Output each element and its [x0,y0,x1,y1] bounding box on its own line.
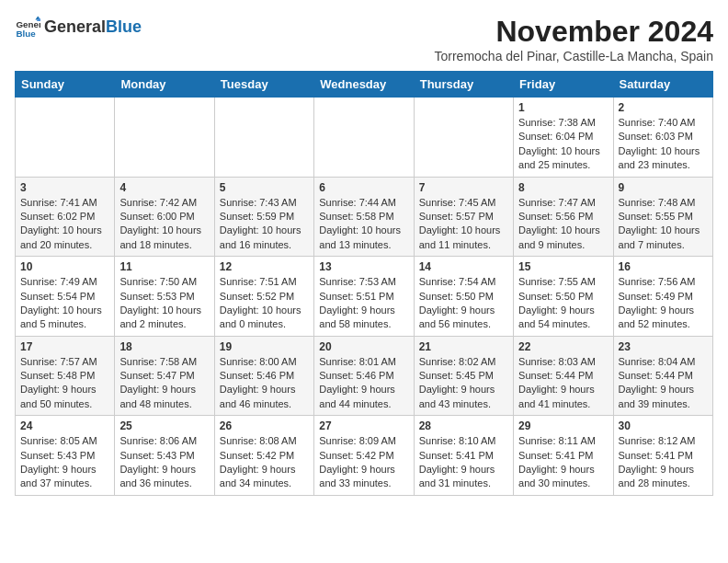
cell-info-line: Daylight: 10 hours and 7 minutes. [619,224,708,252]
cell-info-line: Sunset: 5:47 PM [119,369,209,383]
cell-info-line: Sunset: 6:02 PM [20,210,109,224]
calendar-cell: 18Sunrise: 7:58 AMSunset: 5:47 PMDayligh… [115,336,214,416]
weekday-header-monday: Monday [115,72,214,98]
cell-info-line: Sunset: 5:48 PM [20,369,109,383]
cell-info-line: Daylight: 9 hours and 28 minutes. [619,463,708,491]
cell-info-line: Daylight: 9 hours and 37 minutes. [20,463,109,491]
calendar-cell: 23Sunrise: 8:04 AMSunset: 5:44 PMDayligh… [613,336,712,416]
calendar-cell: 8Sunrise: 7:47 AMSunset: 5:56 PMDaylight… [514,177,613,257]
cell-info-line: Sunrise: 7:41 AM [20,196,109,210]
cell-info-line: Sunset: 5:43 PM [119,449,209,463]
weekday-header-wednesday: Wednesday [314,72,414,98]
month-title: November 2024 [435,15,714,49]
logo-general-text: General [44,17,106,36]
cell-info-line: Sunrise: 8:04 AM [619,355,708,369]
calendar-cell: 28Sunrise: 8:10 AMSunset: 5:41 PMDayligh… [414,416,513,496]
cell-info-line: Sunrise: 8:02 AM [419,355,508,369]
weekday-header-friday: Friday [514,72,613,98]
cell-info-line: Daylight: 9 hours and 54 minutes. [518,304,608,332]
cell-info-line: Sunset: 5:41 PM [518,449,608,463]
cell-info-line: Daylight: 9 hours and 58 minutes. [319,304,408,332]
cell-info-line: Sunset: 5:56 PM [518,210,608,224]
cell-info-line: Sunset: 6:03 PM [619,130,708,144]
day-number: 17 [20,340,109,353]
day-number: 21 [419,340,508,353]
cell-info-line: Daylight: 9 hours and 43 minutes. [419,383,508,411]
calendar-week-row: 3Sunrise: 7:41 AMSunset: 6:02 PMDaylight… [16,177,713,257]
cell-info-line: Sunset: 5:54 PM [20,290,109,304]
cell-info-line: Daylight: 9 hours and 39 minutes. [619,383,708,411]
cell-info-line: Sunrise: 8:10 AM [419,434,508,448]
cell-info-line: Sunset: 5:52 PM [220,290,309,304]
cell-info-line: Sunrise: 8:11 AM [518,434,608,448]
day-number: 1 [518,101,608,114]
cell-info-line: Daylight: 9 hours and 30 minutes. [518,463,608,491]
cell-info-line: Sunrise: 7:54 AM [419,275,508,289]
cell-info-line: Sunrise: 8:01 AM [319,355,408,369]
cell-info-line: Daylight: 9 hours and 52 minutes. [619,304,708,332]
calendar-cell: 10Sunrise: 7:49 AMSunset: 5:54 PMDayligh… [16,257,115,337]
calendar-cell [16,98,115,178]
calendar-cell: 27Sunrise: 8:09 AMSunset: 5:42 PMDayligh… [314,416,414,496]
day-number: 3 [20,181,109,194]
cell-info-line: Sunrise: 7:40 AM [619,116,708,130]
cell-info-line: Sunrise: 7:38 AM [518,116,608,130]
cell-info-line: Daylight: 10 hours and 23 minutes. [619,144,708,173]
calendar-cell: 14Sunrise: 7:54 AMSunset: 5:50 PMDayligh… [414,257,513,337]
cell-info-line: Sunset: 5:44 PM [619,369,708,383]
cell-info-line: Sunset: 5:41 PM [619,449,708,463]
cell-info-line: Sunrise: 7:42 AM [119,196,209,210]
calendar-cell [214,98,313,178]
cell-info-line: Daylight: 10 hours and 13 minutes. [319,224,408,252]
cell-info-line: Sunrise: 7:55 AM [518,275,608,289]
cell-info-line: Sunrise: 7:50 AM [119,275,209,289]
calendar-cell: 21Sunrise: 8:02 AMSunset: 5:45 PMDayligh… [414,336,513,416]
calendar-cell: 17Sunrise: 7:57 AMSunset: 5:48 PMDayligh… [16,336,115,416]
cell-info-line: Daylight: 10 hours and 2 minutes. [119,304,209,332]
cell-info-line: Daylight: 10 hours and 16 minutes. [220,224,309,252]
weekday-header-row: SundayMondayTuesdayWednesdayThursdayFrid… [16,72,713,98]
cell-info-line: Sunset: 5:42 PM [319,449,408,463]
calendar-cell [115,98,214,178]
calendar-week-row: 10Sunrise: 7:49 AMSunset: 5:54 PMDayligh… [16,257,713,337]
cell-info-line: Sunset: 5:59 PM [220,210,309,224]
cell-info-line: Daylight: 9 hours and 50 minutes. [20,383,109,411]
cell-info-line: Sunset: 5:55 PM [619,210,708,224]
calendar-cell: 9Sunrise: 7:48 AMSunset: 5:55 PMDaylight… [613,177,712,257]
cell-info-line: Sunrise: 7:48 AM [619,196,708,210]
cell-info-line: Daylight: 9 hours and 36 minutes. [119,463,209,491]
svg-text:Blue: Blue [16,29,36,39]
cell-info-line: Sunrise: 8:06 AM [119,434,209,448]
calendar-cell: 22Sunrise: 8:03 AMSunset: 5:44 PMDayligh… [514,336,613,416]
calendar-cell: 29Sunrise: 8:11 AMSunset: 5:41 PMDayligh… [514,416,613,496]
cell-info-line: Sunrise: 8:00 AM [220,355,309,369]
cell-info-line: Sunset: 5:51 PM [319,290,408,304]
cell-info-line: Sunrise: 7:44 AM [319,196,408,210]
cell-info-line: Daylight: 9 hours and 46 minutes. [220,383,309,411]
cell-info-line: Sunset: 6:00 PM [119,210,209,224]
cell-info-line: Sunrise: 7:57 AM [20,355,109,369]
weekday-header-thursday: Thursday [414,72,513,98]
weekday-header-tuesday: Tuesday [214,72,313,98]
cell-info-line: Sunset: 5:46 PM [319,369,408,383]
cell-info-line: Sunset: 5:53 PM [119,290,209,304]
cell-info-line: Sunrise: 7:47 AM [518,196,608,210]
location-subtitle: Torremocha del Pinar, Castille-La Mancha… [435,49,714,63]
calendar-cell: 4Sunrise: 7:42 AMSunset: 6:00 PMDaylight… [115,177,214,257]
cell-info-line: Sunrise: 8:09 AM [319,434,408,448]
cell-info-line: Sunrise: 8:03 AM [518,355,608,369]
calendar-cell: 20Sunrise: 8:01 AMSunset: 5:46 PMDayligh… [314,336,414,416]
day-number: 14 [419,260,508,273]
day-number: 29 [518,419,608,432]
calendar-cell: 13Sunrise: 7:53 AMSunset: 5:51 PMDayligh… [314,257,414,337]
calendar-cell: 25Sunrise: 8:06 AMSunset: 5:43 PMDayligh… [115,416,214,496]
calendar-cell: 7Sunrise: 7:45 AMSunset: 5:57 PMDaylight… [414,177,513,257]
cell-info-line: Sunset: 6:04 PM [518,130,608,144]
cell-info-line: Daylight: 10 hours and 5 minutes. [20,304,109,332]
cell-info-line: Daylight: 9 hours and 48 minutes. [119,383,209,411]
day-number: 9 [619,181,708,194]
day-number: 6 [319,181,408,194]
cell-info-line: Sunset: 5:46 PM [220,369,309,383]
day-number: 15 [518,260,608,273]
calendar-table: SundayMondayTuesdayWednesdayThursdayFrid… [15,71,713,496]
